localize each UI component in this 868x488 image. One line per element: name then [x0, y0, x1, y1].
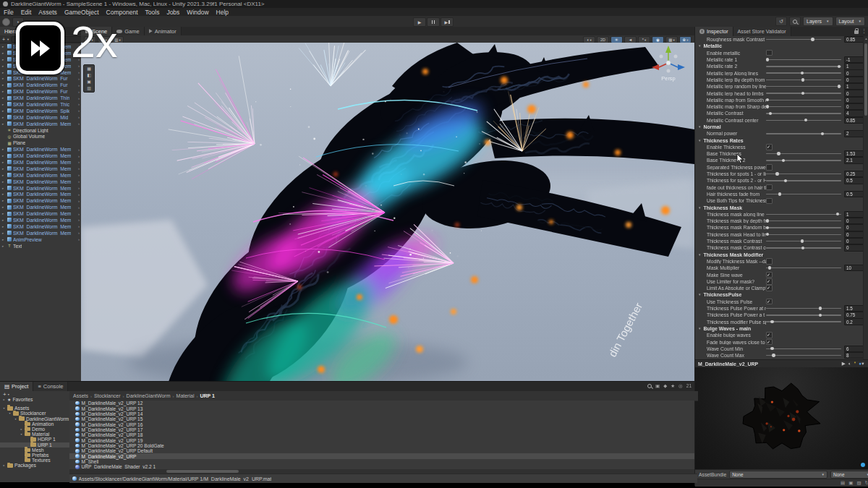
property-value-field[interactable]: 0: [844, 103, 864, 110]
hierarchy-item-skm-darklineworm-mem[interactable]: ▸SKM_DarklineWorm_Mem›: [0, 179, 81, 185]
menu-item-tools[interactable]: Tools: [142, 9, 163, 16]
property-value-field[interactable]: 0.5: [844, 177, 864, 184]
account-icon[interactable]: [2, 18, 10, 26]
breadcrumb-item[interactable]: Stocklancer: [94, 393, 121, 398]
hidden-items-icon[interactable]: ◎: [678, 384, 683, 389]
property-checkbox[interactable]: [766, 299, 773, 305]
asset-item-m-darklinemale-v2-urp-15[interactable]: M_DarklineMale_v2_URP 15: [69, 416, 694, 421]
foldout-arrow-icon[interactable]: ▸: [2, 116, 6, 119]
label-filter-icon[interactable]: ◆: [663, 384, 667, 389]
scene-viewport[interactable]: Persp din Together ▦ ◧ ▣ ▥: [81, 43, 694, 381]
material-preview[interactable]: [695, 367, 868, 469]
property-checkbox[interactable]: [766, 258, 773, 265]
foldout-arrow-icon[interactable]: ▸: [2, 463, 6, 467]
hierarchy-item-skm-darklineworm-spik[interactable]: ▸SKM_DarklineWorm_Spik›: [0, 108, 81, 114]
folder-mesh[interactable]: Mesh: [0, 448, 69, 453]
section-header-thickness-rates[interactable]: ▼Thickness Rates: [695, 137, 864, 143]
foldout-arrow-icon[interactable]: ▸: [2, 147, 6, 151]
slider-track[interactable]: [766, 153, 841, 154]
slider-thumb[interactable]: [801, 247, 804, 249]
create-asset-button[interactable]: +: [3, 391, 7, 398]
property-checkbox[interactable]: [766, 332, 773, 338]
foldout-arrow-icon[interactable]: ▾: [20, 432, 23, 436]
slider-track[interactable]: [766, 120, 841, 121]
hierarchy-item-skm-darklineworm-thic[interactable]: ▸SKM_DarklineWorm_Thic›: [0, 101, 81, 108]
section-header-normal[interactable]: ▼Normal: [695, 124, 864, 130]
menu-item-help[interactable]: Help: [213, 9, 232, 16]
foldout-arrow-icon[interactable]: ▸: [2, 160, 6, 164]
asset-item-urp-darklinemale-shader-v2-2-1[interactable]: URP_DarklineMale_Shader_v2.2 1: [69, 464, 694, 469]
foldout-arrow-icon[interactable]: ▸: [2, 154, 6, 158]
kebab-menu-icon[interactable]: ⋮: [861, 28, 867, 34]
breadcrumb-item[interactable]: Assets: [73, 393, 88, 398]
property-value-field[interactable]: 0: [844, 218, 864, 224]
property-value-field[interactable]: 0.25: [844, 171, 864, 177]
slider-thumb[interactable]: [766, 226, 769, 229]
folder-darklinegiantworm[interactable]: ▾DarklineGiantWorm: [0, 416, 69, 421]
folder-demo[interactable]: ▸Demo: [0, 427, 69, 432]
slider-thumb[interactable]: [766, 219, 769, 222]
slider-track[interactable]: [766, 308, 841, 309]
property-value-field[interactable]: 1.5: [844, 305, 864, 312]
property-checkbox[interactable]: [766, 164, 773, 171]
slider-track[interactable]: [766, 39, 841, 40]
property-checkbox[interactable]: [766, 184, 773, 191]
foldout-arrow-icon[interactable]: ▸: [2, 212, 6, 215]
foldout-arrow-icon[interactable]: ▸: [2, 218, 6, 222]
asset-item-m-darklinemale-v2-urp-20-boldgate[interactable]: M_DarklineMale_v2_URP 20 BoldGate: [69, 443, 694, 448]
folder-hdrp-1[interactable]: HDRP 1: [0, 437, 69, 442]
property-value-field[interactable]: 1: [844, 83, 864, 90]
slider-thumb[interactable]: [772, 354, 775, 356]
menu-item-jobs[interactable]: Jobs: [163, 9, 183, 16]
hierarchy-item-skm-darklineworm-mem[interactable]: ▸SKM_DarklineWorm_Mem›: [0, 230, 81, 236]
hierarchy-item-skm-darklineworm-mem[interactable]: ▸SKM_DarklineWorm_Mem›: [0, 185, 81, 192]
exclude-icon[interactable]: ▨: [856, 481, 861, 486]
slider-track[interactable]: [766, 267, 841, 268]
property-value-field[interactable]: 6: [844, 346, 864, 352]
foldout-arrow-icon[interactable]: ▾: [14, 417, 17, 421]
hierarchy-item-skm-darklineworm-mem[interactable]: ▸SKM_DarklineWorm_Mem›: [0, 210, 81, 217]
pause-button[interactable]: [427, 17, 440, 27]
foldout-arrow-icon[interactable]: ▸: [2, 238, 6, 241]
slider-track[interactable]: [766, 348, 841, 349]
asset-bundle-variant-dropdown[interactable]: None ▼: [830, 471, 868, 479]
slider-thumb[interactable]: [777, 152, 780, 155]
property-checkbox[interactable]: [766, 272, 773, 278]
slider-track[interactable]: [766, 106, 841, 107]
slider-track[interactable]: [766, 234, 841, 235]
grid-overlay-icon[interactable]: ▣: [87, 79, 91, 85]
slider-thumb[interactable]: [766, 98, 769, 101]
slider-track[interactable]: [766, 93, 841, 93]
slider-track[interactable]: [766, 247, 841, 248]
hierarchy-item-skm-darklineworm-fur[interactable]: ▸SKM_DarklineWorm_Fur_›: [0, 75, 81, 82]
breadcrumb-item[interactable]: URP 1: [200, 393, 215, 398]
slider-thumb[interactable]: [768, 266, 771, 269]
foldout-arrow-icon[interactable]: ▸: [2, 103, 6, 106]
menu-item-edit[interactable]: Edit: [17, 9, 35, 16]
foldout-arrow-icon[interactable]: ▸: [2, 122, 6, 126]
slider-thumb[interactable]: [811, 38, 814, 40]
slider-thumb[interactable]: [766, 233, 769, 236]
hierarchy-item-directional-light[interactable]: ☀Directional Light: [0, 127, 81, 134]
breadcrumb-item[interactable]: DarklineGiantWorm: [127, 393, 171, 398]
hierarchy-item-skm-darklineworm-mem[interactable]: ▸SKM_DarklineWorm_Mem›: [0, 146, 81, 153]
foldout-arrow-icon[interactable]: ▸: [2, 58, 6, 61]
package-icon[interactable]: ▣: [848, 481, 853, 486]
scrollbar-thumb[interactable]: [166, 470, 239, 473]
slider-thumb[interactable]: [770, 347, 773, 350]
tab-animator[interactable]: Animator: [145, 27, 182, 35]
foldout-arrow-icon[interactable]: ▸: [2, 187, 6, 190]
property-value-field[interactable]: 0.85: [844, 117, 864, 124]
tab-project[interactable]: ▤Project: [0, 382, 33, 391]
slider-thumb[interactable]: [766, 105, 769, 108]
property-value-field[interactable]: 0: [844, 69, 864, 76]
menu-item-component[interactable]: Component: [103, 9, 142, 16]
slider-thumb[interactable]: [784, 179, 787, 182]
slider-thumb[interactable]: [804, 119, 807, 121]
slider-thumb[interactable]: [770, 320, 773, 323]
hierarchy-item-animpreview[interactable]: ▸AnimPreview›: [0, 236, 81, 243]
hierarchy-item-skm-darklineworm-fur[interactable]: ▸SKM_DarklineWorm_Fur_›: [0, 82, 81, 88]
foldout-arrow-icon[interactable]: ▸: [2, 225, 6, 228]
property-value-field[interactable]: 1.53: [844, 150, 864, 157]
asset-item-m-darklinemale-v2-urp-14[interactable]: M_DarklineMale_v2_URP 14: [69, 411, 694, 416]
